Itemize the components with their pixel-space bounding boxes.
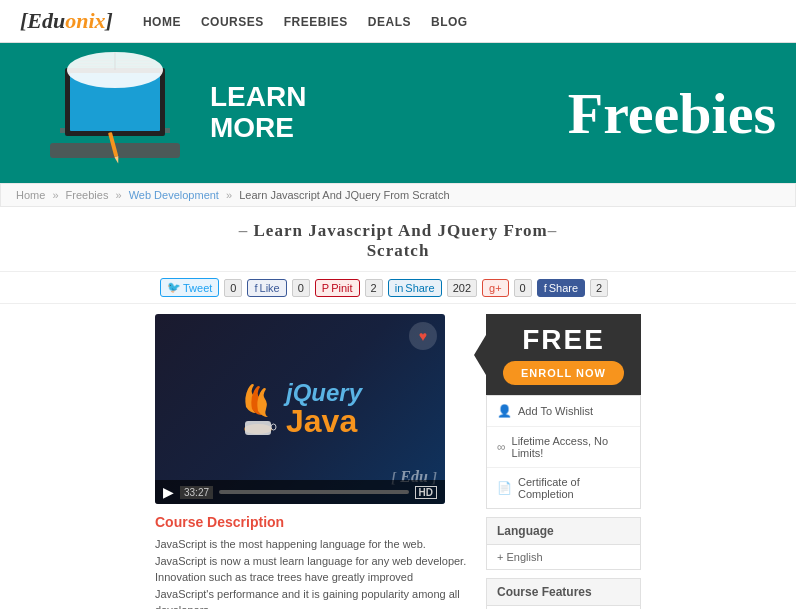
course-features-section: Course Features + Over 10 lectures and 2… — [486, 578, 641, 609]
banner-svg — [20, 48, 220, 183]
nav-courses[interactable]: Courses — [201, 15, 264, 29]
java-text: Java — [286, 403, 357, 439]
social-bar: 🐦 Tweet 0 f Like 0 P Pinit 2 in Share 20… — [0, 272, 796, 304]
banner-text: LEARNMORE — [200, 82, 568, 144]
course-features-title: Course Features — [487, 579, 640, 606]
arrow-left-decoration — [474, 335, 486, 375]
logo[interactable]: [ Edu onix ] — [20, 8, 113, 34]
nav-home[interactable]: Home — [143, 15, 181, 29]
pinit-count: 2 — [365, 279, 383, 297]
java-flame-svg — [238, 377, 278, 442]
linkedin-icon: in — [395, 282, 404, 294]
tweet-button[interactable]: 🐦 Tweet — [160, 278, 219, 297]
pinterest-icon: P — [322, 282, 329, 294]
course-description-text: JavaScript is the most happening languag… — [155, 536, 471, 609]
free-label: FREE — [496, 324, 631, 356]
share-label: Share — [405, 282, 434, 294]
main-content: ♥ — [0, 304, 796, 609]
course-description-title: Course Description — [155, 514, 471, 530]
certificate-text: Certificate of Completion — [518, 476, 630, 500]
heart-icon[interactable]: ♥ — [409, 322, 437, 350]
pinit-button[interactable]: P Pinit — [315, 279, 360, 297]
jquery-text: jQuery — [286, 379, 362, 406]
like-count: 0 — [292, 279, 310, 297]
page-title-area: – Learn Javascript And JQuery From–Scrat… — [0, 207, 796, 272]
title-dash-left: – — [239, 221, 254, 240]
breadcrumb-current: Learn Javascript And JQuery From Scratch — [239, 189, 449, 201]
fbshare-label: Share — [549, 282, 578, 294]
banner-illustration — [20, 48, 200, 178]
left-column: ♥ — [155, 314, 486, 609]
nav-deals[interactable]: Deals — [368, 15, 411, 29]
jquery-logo: jQuery Java — [238, 377, 362, 442]
free-box: FREE ENROLL NOW — [486, 314, 641, 395]
feature-lifetime: ∞ Lifetime Access, No Limits! — [487, 427, 640, 468]
breadcrumb-sep-3: » — [226, 189, 232, 201]
share-button[interactable]: in Share — [388, 279, 442, 297]
feature-wishlist: 👤 Add To Wishlist — [487, 396, 640, 427]
logo-onix: onix — [65, 8, 105, 34]
banner-learn-more: LEARNMORE — [210, 82, 568, 144]
gplus-icon: g+ — [489, 282, 502, 294]
share-count: 202 — [447, 279, 477, 297]
page-title: – Learn Javascript And JQuery From–Scrat… — [20, 221, 776, 261]
gplus-button[interactable]: g+ — [482, 279, 509, 297]
hd-badge: HD — [415, 486, 437, 499]
svg-rect-15 — [245, 421, 271, 435]
breadcrumb-webdev[interactable]: Web Development — [129, 189, 219, 201]
enroll-button[interactable]: ENROLL NOW — [503, 361, 624, 385]
banner-freebies: Freebies — [568, 80, 796, 147]
person-icon: 👤 — [497, 404, 512, 418]
nav-freebies[interactable]: Freebies — [284, 15, 348, 29]
video-time: 33:27 — [180, 486, 213, 499]
svg-rect-16 — [271, 424, 276, 430]
nav-blog[interactable]: Blog — [431, 15, 468, 29]
tweet-label: Tweet — [183, 282, 212, 294]
tweet-count: 0 — [224, 279, 242, 297]
banner: LEARNMORE Freebies — [0, 43, 796, 183]
twitter-icon: 🐦 — [167, 281, 181, 294]
certificate-icon: 📄 — [497, 481, 512, 495]
infinity-icon: ∞ — [497, 440, 506, 454]
like-label: Like — [260, 282, 280, 294]
like-button[interactable]: f Like — [247, 279, 286, 297]
language-value: + English — [487, 545, 640, 569]
main-nav: Home Courses Freebies Deals Blog — [143, 14, 468, 29]
video-controls: ▶ 33:27 HD — [155, 480, 445, 504]
breadcrumb: Home » Freebies » Web Development » Lear… — [0, 183, 796, 207]
logo-edu: Edu — [27, 8, 65, 34]
breadcrumb-sep-2: » — [115, 189, 121, 201]
gplus-count: 0 — [514, 279, 532, 297]
language-section: Language + English — [486, 517, 641, 570]
fbshare-button[interactable]: f Share — [537, 279, 585, 297]
fbshare-count: 2 — [590, 279, 608, 297]
features-box: 👤 Add To Wishlist ∞ Lifetime Access, No … — [486, 395, 641, 509]
breadcrumb-sep-1: » — [52, 189, 58, 201]
wishlist-text: Add To Wishlist — [518, 405, 593, 417]
language-title: Language — [487, 518, 640, 545]
progress-bar[interactable] — [219, 490, 409, 494]
video-thumbnail[interactable]: ♥ — [155, 314, 445, 504]
right-column: FREE ENROLL NOW 👤 Add To Wishlist ∞ Life… — [486, 314, 641, 609]
play-button[interactable]: ▶ — [163, 484, 174, 500]
breadcrumb-home[interactable]: Home — [16, 189, 45, 201]
feature-certificate: 📄 Certificate of Completion — [487, 468, 640, 508]
lifetime-text: Lifetime Access, No Limits! — [512, 435, 630, 459]
header: [ Edu onix ] Home Courses Freebies Deals… — [0, 0, 796, 43]
pinit-label: Pinit — [331, 282, 352, 294]
breadcrumb-freebies[interactable]: Freebies — [66, 189, 109, 201]
fbshare-icon: f — [544, 282, 547, 294]
facebook-icon: f — [254, 282, 257, 294]
